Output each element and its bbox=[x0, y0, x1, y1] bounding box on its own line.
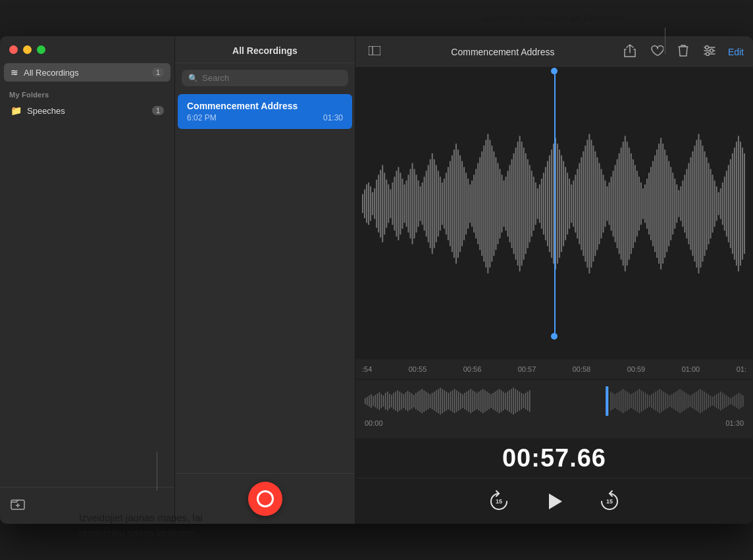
svg-rect-82 bbox=[503, 180, 504, 227]
scrubber-waveform bbox=[365, 386, 744, 416]
svg-rect-328 bbox=[694, 393, 695, 409]
svg-rect-140 bbox=[619, 153, 620, 254]
svg-rect-103 bbox=[545, 166, 546, 240]
sidebar-all-recordings-label: All Recordings bbox=[24, 68, 152, 78]
svg-rect-65 bbox=[469, 184, 471, 223]
record-button[interactable] bbox=[248, 482, 282, 516]
svg-rect-76 bbox=[491, 145, 492, 262]
svg-rect-55 bbox=[450, 161, 451, 247]
svg-rect-194 bbox=[726, 170, 727, 236]
svg-rect-217 bbox=[391, 395, 392, 407]
traffic-lights bbox=[0, 36, 174, 61]
svg-rect-349 bbox=[737, 394, 738, 408]
share-button[interactable] bbox=[621, 43, 638, 61]
svg-rect-273 bbox=[505, 393, 506, 409]
svg-rect-216 bbox=[389, 394, 390, 409]
svg-rect-40 bbox=[420, 186, 421, 221]
svg-rect-239 bbox=[436, 390, 437, 412]
svg-rect-315 bbox=[667, 394, 669, 408]
svg-rect-77 bbox=[493, 151, 494, 256]
annotation-line-bottom bbox=[157, 451, 157, 491]
svg-rect-350 bbox=[739, 393, 740, 409]
svg-rect-36 bbox=[412, 163, 413, 245]
svg-rect-15 bbox=[370, 186, 371, 221]
sidebar-item-all-recordings[interactable]: ≋ All Recordings 1 bbox=[4, 63, 170, 82]
svg-rect-214 bbox=[385, 393, 386, 409]
sidebar: ≋ All Recordings 1 My Folders 📁 Speeches… bbox=[0, 36, 174, 524]
search-input[interactable] bbox=[202, 73, 342, 83]
svg-rect-193 bbox=[724, 176, 725, 231]
svg-rect-110 bbox=[559, 149, 560, 258]
close-button[interactable] bbox=[9, 45, 18, 54]
svg-rect-72 bbox=[483, 145, 484, 262]
waveform-icon: ≋ bbox=[11, 67, 18, 78]
annotation-line-top bbox=[665, 28, 665, 54]
svg-rect-211 bbox=[379, 392, 380, 410]
scrubber-start-time: 00:00 bbox=[365, 419, 383, 427]
skip-forward-button[interactable]: 15 bbox=[595, 487, 624, 516]
svg-rect-134 bbox=[607, 186, 608, 221]
svg-rect-226 bbox=[409, 392, 411, 410]
svg-rect-303 bbox=[643, 392, 644, 411]
sidebar-toggle-button[interactable] bbox=[365, 43, 384, 61]
svg-rect-74 bbox=[487, 134, 488, 273]
svg-rect-28 bbox=[396, 170, 397, 236]
svg-rect-312 bbox=[662, 390, 663, 412]
svg-rect-190 bbox=[718, 192, 719, 215]
svg-rect-251 bbox=[460, 393, 461, 409]
scrubber-waveform-svg bbox=[365, 386, 744, 416]
maximize-button[interactable] bbox=[37, 45, 45, 54]
waveform-area[interactable]: // This won't execute in SVG context, ba… bbox=[355, 68, 753, 379]
middle-panel: All Recordings 🔍 Commencement Address 6:… bbox=[174, 36, 355, 524]
svg-rect-45 bbox=[430, 159, 431, 249]
favorite-button[interactable] bbox=[648, 43, 666, 61]
svg-rect-220 bbox=[397, 390, 398, 412]
delete-button[interactable] bbox=[675, 43, 691, 61]
svg-rect-153 bbox=[644, 184, 646, 223]
svg-rect-159 bbox=[656, 149, 658, 258]
svg-rect-221 bbox=[399, 392, 400, 411]
recording-list: Commencement Address 6:02 PM 01:30 bbox=[175, 93, 355, 473]
skip-back-button[interactable]: 15 bbox=[484, 487, 513, 516]
svg-rect-330 bbox=[698, 390, 699, 412]
svg-rect-17 bbox=[374, 188, 375, 219]
search-bar[interactable]: 🔍 bbox=[182, 70, 348, 86]
edit-button[interactable]: Edit bbox=[728, 47, 744, 57]
minimize-button[interactable] bbox=[23, 45, 32, 54]
svg-rect-260 bbox=[479, 392, 480, 411]
recording-item[interactable]: Commencement Address 6:02 PM 01:30 bbox=[178, 94, 352, 129]
scrubber-section[interactable]: 00:00 01:30 bbox=[355, 379, 753, 438]
svg-rect-228 bbox=[413, 395, 415, 407]
playhead-dot-bottom bbox=[551, 333, 558, 340]
svg-rect-109 bbox=[557, 143, 558, 264]
svg-rect-141 bbox=[621, 147, 622, 260]
new-folder-button[interactable] bbox=[8, 494, 28, 517]
svg-rect-321 bbox=[679, 389, 681, 413]
svg-rect-275 bbox=[509, 390, 510, 412]
svg-rect-101 bbox=[541, 178, 542, 229]
sidebar-item-speeches[interactable]: 📁 Speeches 1 bbox=[4, 101, 170, 120]
settings-button[interactable] bbox=[700, 44, 719, 60]
timer-display: 00:57.66 bbox=[502, 444, 606, 472]
svg-rect-289 bbox=[615, 394, 616, 408]
timer-section: 00:57.66 bbox=[355, 438, 753, 478]
recording-meta: 6:02 PM 01:30 bbox=[187, 113, 343, 122]
svg-rect-276 bbox=[511, 389, 512, 413]
svg-rect-332 bbox=[702, 390, 703, 412]
svg-rect-83 bbox=[505, 176, 506, 231]
svg-rect-261 bbox=[480, 390, 482, 412]
all-recordings-badge: 1 bbox=[152, 68, 164, 77]
svg-rect-243 bbox=[444, 390, 445, 412]
svg-rect-111 bbox=[561, 155, 562, 253]
timeline-ruler: :54 00:55 00:56 00:57 00:58 00:59 01:00 … bbox=[355, 359, 753, 379]
svg-rect-137 bbox=[613, 170, 614, 236]
svg-rect-286 bbox=[606, 386, 608, 416]
svg-rect-157 bbox=[652, 161, 654, 247]
svg-rect-118 bbox=[575, 174, 576, 233]
svg-rect-20 bbox=[380, 170, 381, 238]
svg-rect-311 bbox=[659, 389, 660, 413]
speeches-badge: 1 bbox=[152, 106, 164, 115]
ruler-mark-7: 01:00 bbox=[682, 365, 700, 373]
play-button[interactable] bbox=[540, 487, 569, 516]
svg-rect-31 bbox=[402, 178, 403, 229]
